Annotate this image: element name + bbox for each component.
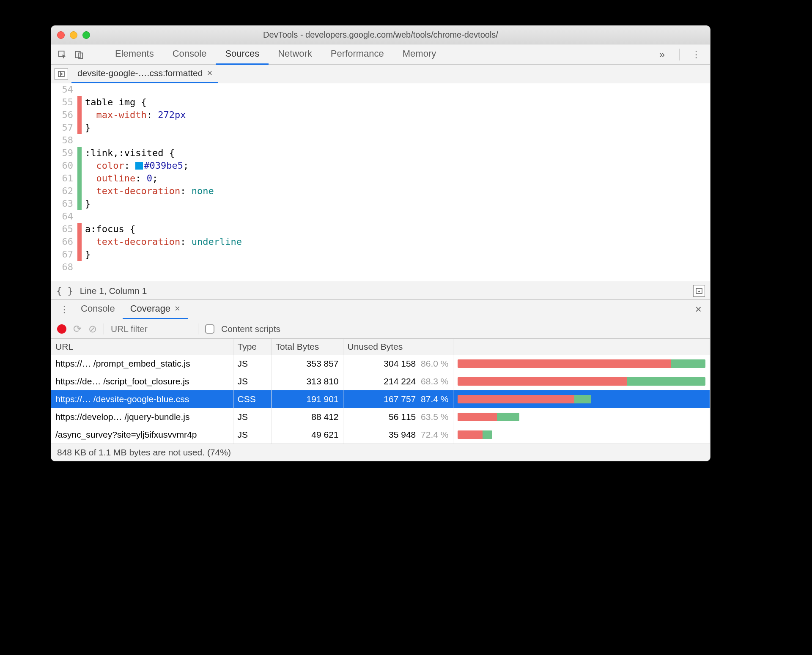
settings-menu-icon[interactable]: ⋮: [686, 49, 706, 60]
drawer-tab-label: Coverage: [130, 303, 170, 314]
coverage-marker: [77, 121, 82, 134]
cell-unused-bytes: 56 115 63.5 %: [343, 408, 453, 426]
coverage-marker: [77, 96, 82, 109]
drawer-menu-icon[interactable]: ⋮: [55, 304, 73, 315]
table-row[interactable]: https://… /prompt_embed_static.jsJS353 8…: [51, 355, 710, 373]
table-row[interactable]: https://develop… /jquery-bundle.jsJS88 4…: [51, 408, 710, 426]
coverage-marker: [77, 248, 82, 261]
drawer-tab-console[interactable]: Console: [73, 300, 123, 319]
table-row[interactable]: /async_survey?site=ylj5ifxusvvmr4pJS49 6…: [51, 426, 710, 444]
code-line: text-decoration: none: [85, 185, 242, 197]
cell-url: https://… /devsite-google-blue.css: [51, 390, 233, 408]
code-line: outline: 0;: [85, 172, 242, 185]
source-editor[interactable]: 545556575859606162636465666768 table img…: [51, 83, 710, 282]
line-number: 63: [51, 197, 73, 210]
pretty-print-icon[interactable]: { }: [56, 285, 73, 296]
cell-unused-bytes: 214 224 68.3 %: [343, 373, 453, 390]
coverage-table: URL Type Total Bytes Unused Bytes https:…: [51, 339, 710, 444]
window-title: DevTools - developers.google.com/web/too…: [51, 30, 710, 40]
coverage-gutter: [77, 83, 82, 282]
code-line: [85, 83, 242, 96]
header-type[interactable]: Type: [233, 339, 271, 355]
separator: [679, 49, 680, 60]
tab-memory[interactable]: Memory: [393, 44, 445, 65]
cell-total-bytes: 313 810: [271, 373, 343, 390]
cell-total-bytes: 353 857: [271, 355, 343, 373]
cell-type: JS: [233, 373, 271, 390]
tab-network[interactable]: Network: [269, 44, 321, 65]
table-row[interactable]: https://de… /script_foot_closure.jsJS313…: [51, 373, 710, 390]
coverage-marker: [77, 134, 82, 147]
close-window-button[interactable]: [57, 31, 65, 39]
code-line: [85, 210, 242, 223]
line-number: 67: [51, 248, 73, 261]
reload-icon[interactable]: ⟳: [73, 323, 82, 335]
close-drawer-icon[interactable]: ×: [691, 303, 706, 316]
tab-console[interactable]: Console: [163, 44, 216, 65]
cell-type: CSS: [233, 390, 271, 408]
block-icon[interactable]: ⊘: [88, 323, 97, 335]
code-line: [85, 261, 242, 274]
device-toggle-icon[interactable]: [72, 48, 86, 61]
cell-type: JS: [233, 355, 271, 373]
code-line: }: [85, 121, 242, 134]
navigator-toggle-icon[interactable]: [55, 68, 68, 80]
coverage-marker: [77, 261, 82, 274]
cell-total-bytes: 49 621: [271, 426, 343, 444]
separator: [104, 323, 104, 334]
header-total[interactable]: Total Bytes: [271, 339, 343, 355]
zoom-window-button[interactable]: [82, 31, 90, 39]
cell-url: https://de… /script_foot_closure.js: [51, 373, 233, 390]
code-line: a:focus {: [85, 223, 242, 236]
file-tab-label: devsite-google-….css:formatted: [77, 68, 203, 78]
coverage-marker: [77, 223, 82, 236]
coverage-marker: [77, 109, 82, 121]
source-status-bar: { } Line 1, Column 1: [51, 282, 710, 300]
cell-total-bytes: 88 412: [271, 408, 343, 426]
minimize-window-button[interactable]: [70, 31, 77, 39]
cell-usage-bar: [453, 426, 710, 444]
header-url[interactable]: URL: [51, 339, 233, 355]
line-number: 61: [51, 172, 73, 185]
table-row[interactable]: https://… /devsite-google-blue.cssCSS191…: [51, 390, 710, 408]
line-number: 68: [51, 261, 73, 274]
cell-unused-bytes: 167 757 87.4 %: [343, 390, 453, 408]
coverage-marker: [77, 83, 82, 96]
code-content: table img { max-width: 272px}:link,:visi…: [82, 83, 242, 282]
record-button[interactable]: [57, 324, 66, 334]
cell-url: https://develop… /jquery-bundle.js: [51, 408, 233, 426]
sidebar-toggle-icon[interactable]: [693, 285, 705, 297]
devtools-window: DevTools - developers.google.com/web/too…: [51, 25, 710, 461]
coverage-marker: [77, 159, 82, 172]
tab-elements[interactable]: Elements: [106, 44, 163, 65]
url-filter-input[interactable]: [111, 324, 191, 334]
cell-usage-bar: [453, 390, 710, 408]
main-toolbar: ElementsConsoleSourcesNetworkPerformance…: [51, 44, 710, 65]
tab-sources[interactable]: Sources: [216, 44, 269, 65]
cell-total-bytes: 191 901: [271, 390, 343, 408]
tab-performance[interactable]: Performance: [321, 44, 393, 65]
coverage-toolbar: ⟳ ⊘ Content scripts: [51, 319, 710, 339]
svg-rect-1: [76, 51, 80, 58]
close-icon[interactable]: ×: [207, 68, 212, 79]
file-tab[interactable]: devsite-google-….css:formatted ×: [71, 65, 218, 83]
more-panels-button[interactable]: »: [651, 49, 673, 60]
line-number: 54: [51, 83, 73, 96]
separator: [92, 49, 92, 60]
coverage-marker: [77, 210, 82, 223]
coverage-marker: [77, 147, 82, 159]
coverage-marker: [77, 185, 82, 197]
content-scripts-checkbox[interactable]: [205, 324, 214, 334]
cell-url: https://… /prompt_embed_static.js: [51, 355, 233, 373]
line-number: 59: [51, 147, 73, 159]
coverage-marker: [77, 172, 82, 185]
code-line: text-decoration: underline: [85, 236, 242, 248]
cell-type: JS: [233, 426, 271, 444]
header-unused[interactable]: Unused Bytes: [343, 339, 453, 355]
drawer-tab-coverage[interactable]: Coverage×: [123, 300, 188, 319]
line-number: 60: [51, 159, 73, 172]
header-bar[interactable]: [453, 339, 710, 355]
close-icon[interactable]: ×: [175, 303, 180, 314]
inspect-element-icon[interactable]: [55, 48, 69, 61]
cell-type: JS: [233, 408, 271, 426]
